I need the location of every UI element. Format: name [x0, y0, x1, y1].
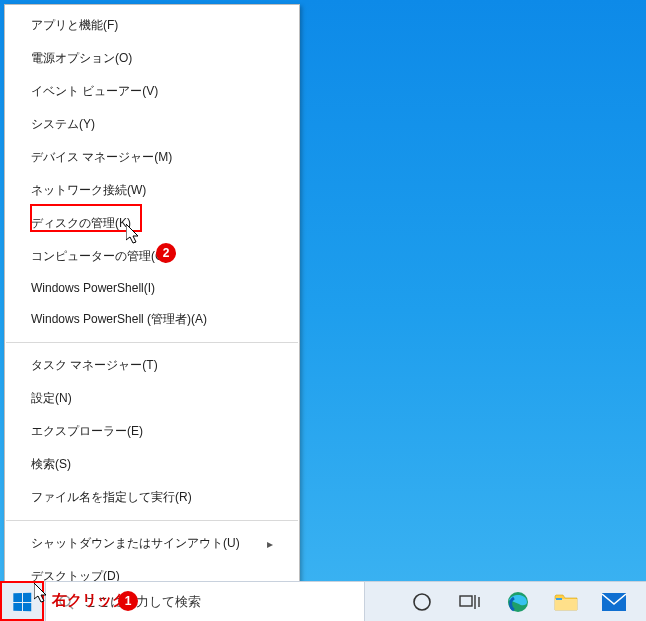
menu-item-run[interactable]: ファイル名を指定して実行(R)	[5, 481, 299, 514]
menu-group: タスク マネージャー(T) 設定(N) エクスプローラー(E) 検索(S) ファ…	[5, 345, 299, 518]
edge-icon	[506, 590, 530, 614]
menu-group: アプリと機能(F) 電源オプション(O) イベント ビューアー(V) システム(…	[5, 5, 299, 340]
menu-item-explorer[interactable]: エクスプローラー(E)	[5, 415, 299, 448]
menu-item-device-manager[interactable]: デバイス マネージャー(M)	[5, 141, 299, 174]
svg-line-2	[69, 605, 73, 609]
menu-item-network-connections[interactable]: ネットワーク接続(W)	[5, 174, 299, 207]
mail-icon	[601, 592, 627, 612]
windows-logo-icon	[13, 592, 31, 611]
circle-icon	[412, 592, 432, 612]
winx-context-menu: アプリと機能(F) 電源オプション(O) イベント ビューアー(V) システム(…	[4, 4, 300, 598]
menu-item-power-options[interactable]: 電源オプション(O)	[5, 42, 299, 75]
svg-rect-10	[602, 593, 626, 611]
menu-item-computer-management[interactable]: コンピューターの管理(G)	[5, 240, 299, 273]
taskbar-app-edge[interactable]	[496, 582, 540, 622]
menu-item-powershell[interactable]: Windows PowerShell(I)	[5, 273, 299, 303]
menu-item-apps-features[interactable]: アプリと機能(F)	[5, 9, 299, 42]
taskbar-app-explorer[interactable]	[544, 582, 588, 622]
taskbar-search-box[interactable]: ここに入力して検索	[45, 582, 365, 621]
search-icon	[58, 594, 74, 610]
folder-icon	[554, 592, 578, 612]
menu-item-disk-management[interactable]: ディスクの管理(K)	[5, 207, 299, 240]
menu-item-search[interactable]: 検索(S)	[5, 448, 299, 481]
menu-item-system[interactable]: システム(Y)	[5, 108, 299, 141]
search-placeholder: ここに入力して検索	[84, 593, 201, 611]
menu-item-task-manager[interactable]: タスク マネージャー(T)	[5, 349, 299, 382]
menu-separator	[6, 342, 298, 343]
taskbar-app-mail[interactable]	[592, 582, 636, 622]
task-view-icon	[459, 593, 481, 611]
menu-item-settings[interactable]: 設定(N)	[5, 382, 299, 415]
svg-point-1	[60, 596, 70, 606]
start-button[interactable]	[0, 582, 44, 622]
task-view-button[interactable]	[448, 582, 492, 622]
svg-rect-8	[555, 599, 577, 610]
svg-rect-9	[556, 598, 562, 600]
menu-item-shutdown-signout[interactable]: シャットダウンまたはサインアウト(U) ▸	[5, 527, 299, 560]
menu-separator	[6, 520, 298, 521]
svg-point-3	[414, 594, 430, 610]
taskbar: ここに入力して検索	[0, 581, 646, 621]
submenu-arrow-icon: ▸	[267, 537, 273, 551]
taskbar-icons	[400, 582, 646, 621]
menu-item-powershell-admin[interactable]: Windows PowerShell (管理者)(A)	[5, 303, 299, 336]
menu-item-event-viewer[interactable]: イベント ビューアー(V)	[5, 75, 299, 108]
cortana-button[interactable]	[400, 582, 444, 622]
svg-rect-4	[460, 596, 472, 606]
